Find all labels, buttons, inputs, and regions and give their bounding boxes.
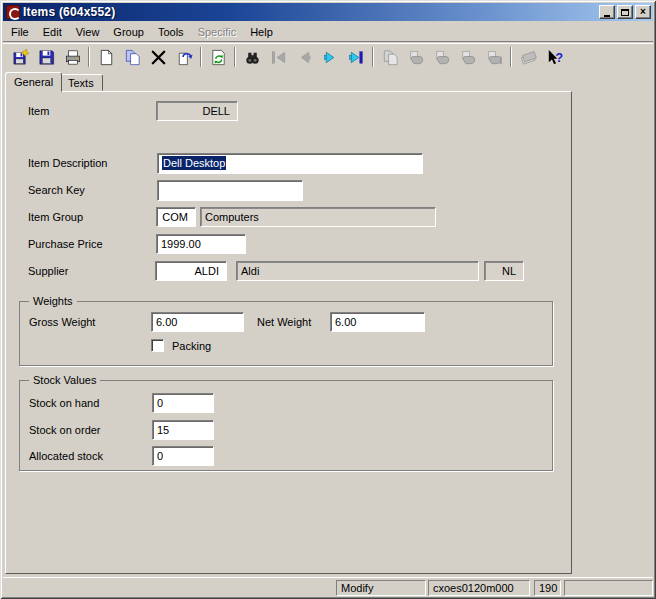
packing-label: Packing xyxy=(172,336,211,356)
duplicate-group-icon xyxy=(377,45,403,69)
tab-texts-label: Texts xyxy=(68,77,94,89)
refresh-icon[interactable] xyxy=(205,45,231,69)
last-record-icon[interactable] xyxy=(343,45,369,69)
menu-item-help[interactable]: Help xyxy=(243,24,280,40)
gross-weight-field[interactable]: 6.00 xyxy=(151,312,244,332)
save-icon[interactable] xyxy=(33,45,59,69)
supplier-country-field: NL xyxy=(484,261,524,281)
stock-on-hand-field[interactable]: 0 xyxy=(152,393,214,413)
item-field[interactable]: DELL xyxy=(156,101,238,121)
stock-values-legend: Stock Values xyxy=(29,373,100,387)
stock-on-order-label: Stock on order xyxy=(29,420,101,440)
context-help-icon[interactable]: ? xyxy=(541,45,567,69)
gross-weight-label: Gross Weight xyxy=(29,312,95,332)
next-group-icon xyxy=(455,45,481,69)
tab-texts[interactable]: Texts xyxy=(59,74,103,91)
item-description-field[interactable]: Dell Desktop xyxy=(157,153,423,174)
weights-legend: Weights xyxy=(29,294,77,308)
delete-icon[interactable] xyxy=(145,45,171,69)
duplicate-icon[interactable] xyxy=(119,45,145,69)
maximize-icon xyxy=(621,9,629,16)
svg-text:?: ? xyxy=(555,51,563,65)
item-group-label: Item Group xyxy=(28,207,83,227)
status-session-code: cxoes0120m000 xyxy=(428,580,530,596)
toolbar-separator xyxy=(510,47,512,67)
menu-item-tools[interactable]: Tools xyxy=(151,24,191,40)
stock-values-groupbox: Stock Values Stock on hand 0 Stock on or… xyxy=(19,380,553,471)
search-key-field[interactable] xyxy=(157,180,303,201)
print-icon[interactable] xyxy=(59,45,85,69)
menu-item-view[interactable]: View xyxy=(69,24,107,40)
stock-on-order-field[interactable]: 15 xyxy=(152,420,214,440)
close-button[interactable]: × xyxy=(635,5,651,19)
toolbar-separator xyxy=(234,47,236,67)
toolbar-separator xyxy=(88,47,90,67)
allocated-stock-label: Allocated stock xyxy=(29,446,103,466)
selected-text: Dell Desktop xyxy=(162,156,226,170)
net-weight-label: Net Weight xyxy=(257,312,311,332)
prev-group-icon xyxy=(429,45,455,69)
find-icon[interactable] xyxy=(239,45,265,69)
net-weight-field[interactable]: 6.00 xyxy=(330,312,425,332)
first-record-icon xyxy=(265,45,291,69)
allocated-stock-field[interactable]: 0 xyxy=(152,446,214,466)
item-description-label: Item Description xyxy=(28,153,107,173)
status-mode: Modify xyxy=(336,580,426,596)
toolbar: ? xyxy=(3,43,653,70)
supplier-code-field[interactable]: ALDI xyxy=(155,261,227,281)
weights-groupbox: Weights Gross Weight 6.00 Net Weight 6.0… xyxy=(19,301,553,366)
item-label: Item xyxy=(28,101,49,121)
menu-bar: File Edit View Group Tools Specific Help xyxy=(3,22,653,42)
status-extra xyxy=(564,580,653,596)
close-icon: × xyxy=(640,7,646,17)
minimize-button[interactable] xyxy=(599,5,615,19)
revert-icon[interactable] xyxy=(171,45,197,69)
packing-checkbox[interactable] xyxy=(151,339,164,352)
supplier-description-field: Aldi xyxy=(236,261,479,281)
supplier-label: Supplier xyxy=(28,261,68,281)
related-sessions-icon xyxy=(515,45,541,69)
prev-record-icon xyxy=(291,45,317,69)
new-record-icon[interactable] xyxy=(93,45,119,69)
status-bar: Modify cxoes0120m000 190 xyxy=(3,577,653,596)
purchase-price-label: Purchase Price xyxy=(28,234,103,254)
items-window: Items (604x552) × File Edit View Group T… xyxy=(0,0,656,599)
last-group-icon xyxy=(481,45,507,69)
status-number: 190 xyxy=(534,580,561,596)
maximize-button[interactable] xyxy=(617,5,633,19)
item-group-description-field: Computers xyxy=(200,207,436,227)
item-group-code-field[interactable]: COM xyxy=(156,207,196,227)
menu-item-edit[interactable]: Edit xyxy=(36,24,69,40)
tab-general-label: General xyxy=(14,76,53,88)
tab-general[interactable]: General xyxy=(5,72,62,92)
toolbar-separator xyxy=(200,47,202,67)
stock-on-hand-label: Stock on hand xyxy=(29,393,99,413)
next-record-icon[interactable] xyxy=(317,45,343,69)
first-group-icon xyxy=(403,45,429,69)
save-exit-icon[interactable] xyxy=(7,45,33,69)
menu-item-group[interactable]: Group xyxy=(106,24,151,40)
title-bar[interactable]: Items (604x552) × xyxy=(3,3,653,21)
search-key-label: Search Key xyxy=(28,180,85,200)
menu-item-file[interactable]: File xyxy=(4,24,36,40)
minimize-icon xyxy=(604,15,610,17)
purchase-price-field[interactable]: 1999.00 xyxy=(156,234,246,254)
general-tab-page: Item DELL Item Description Dell Desktop … xyxy=(5,91,572,574)
toolbar-separator xyxy=(372,47,374,67)
app-icon[interactable] xyxy=(6,5,20,19)
window-title: Items (604x552) xyxy=(23,5,599,19)
menu-item-specific: Specific xyxy=(191,24,244,40)
